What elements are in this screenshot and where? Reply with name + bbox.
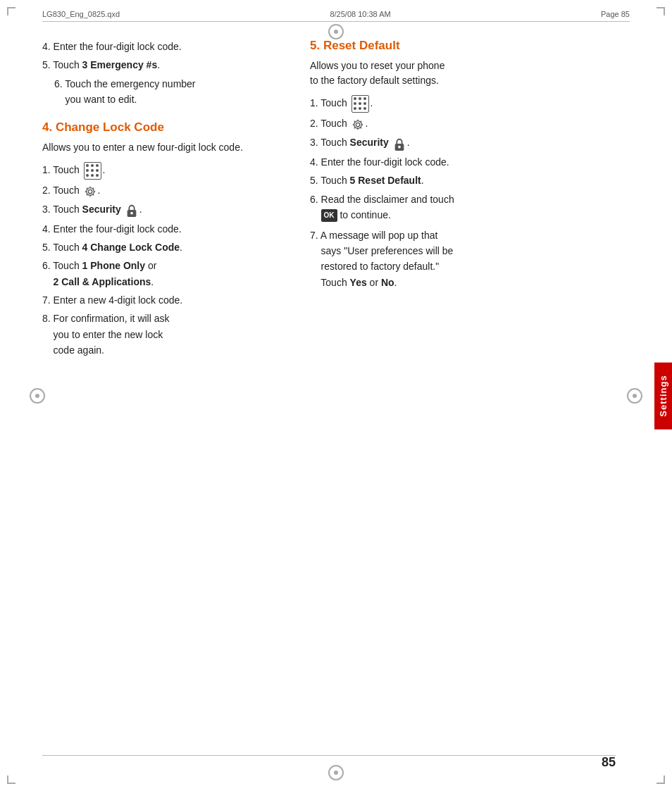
grid-icon-s4-1 [84, 162, 101, 180]
header-left: LG830_Eng_0825.qxd [42, 10, 120, 18]
grid-icon-s5-1 [351, 95, 369, 113]
svg-point-0 [88, 189, 92, 193]
page-number: 85 [602, 755, 616, 770]
lock-icon-s5-3 [393, 136, 406, 151]
section5-step6: 6. Read the disclaimer and touch OK to c… [310, 192, 630, 223]
gear-icon-s4-2 [84, 183, 97, 199]
section5-heading: 5. Reset Default [310, 39, 630, 53]
header-right: Page 85 [601, 10, 630, 18]
header-center: 8/25/08 10:38 AM [330, 10, 390, 18]
section4-step8: 8. For confirmation, it will ask you to … [42, 311, 282, 358]
section5-step3: 3. Touch Security . [310, 135, 630, 151]
header-bar: LG830_Eng_0825.qxd 8/25/08 10:38 AM Page… [42, 10, 630, 22]
section5-step1: 1. Touch . [310, 95, 630, 113]
svg-point-4 [356, 123, 359, 127]
gear-icon-s5-2 [351, 116, 364, 132]
svg-point-5 [354, 121, 361, 129]
section5-step2: 2. Touch . [310, 116, 630, 132]
section5-step5: 5. Touch 5 Reset Default. [310, 173, 630, 188]
section4-desc: Allows you to enter a new four-digit loc… [42, 140, 282, 155]
svg-point-3 [130, 212, 133, 215]
section5-desc: Allows you to reset your phoneto the fac… [310, 58, 630, 88]
step-prior-6: 6. Touch the emergency number you want t… [42, 76, 282, 108]
sidebar-settings-label: Settings [654, 362, 672, 429]
bottom-divider [42, 755, 616, 756]
corner-mark-tl [7, 7, 15, 15]
right-column: 5. Reset Default Allows you to reset you… [310, 39, 630, 749]
section4-step7: 7. Enter a new 4-digit lock code. [42, 292, 282, 308]
svg-point-1 [86, 188, 94, 196]
svg-point-7 [398, 146, 401, 149]
section5-step7: 7. A message will pop up that says "User… [310, 228, 630, 291]
section4-step6: 6. Touch 1 Phone Only or 2 Call & Applic… [42, 258, 282, 289]
registration-circle-top [328, 24, 344, 39]
left-column: 4. Enter the four-digit lock code. 5. To… [42, 39, 282, 749]
section4-heading: 4. Change Lock Code [42, 120, 282, 135]
ok-button-icon: OK [321, 209, 337, 222]
main-content: 4. Enter the four-digit lock code. 5. To… [42, 39, 630, 749]
corner-mark-tr [657, 7, 665, 15]
corner-mark-bl [7, 776, 15, 784]
step-prior-5: 5. Touch 3 Emergency #s. [42, 57, 282, 73]
registration-circle-bottom [328, 765, 344, 780]
section4-step1: 1. Touch . [42, 162, 282, 180]
section4-step2: 2. Touch . [42, 182, 282, 199]
step-prior-4: 4. Enter the four-digit lock code. [42, 39, 282, 54]
corner-mark-br [657, 776, 665, 784]
section4-step3: 3. Touch Security . [42, 201, 282, 218]
section4-step4: 4. Enter the four-digit lock code. [42, 221, 282, 237]
lock-icon-s4-3 [125, 202, 138, 218]
section4-step5: 5. Touch 4 Change Lock Code. [42, 239, 282, 255]
section5-step4: 4. Enter the four-digit lock code. [310, 154, 630, 170]
